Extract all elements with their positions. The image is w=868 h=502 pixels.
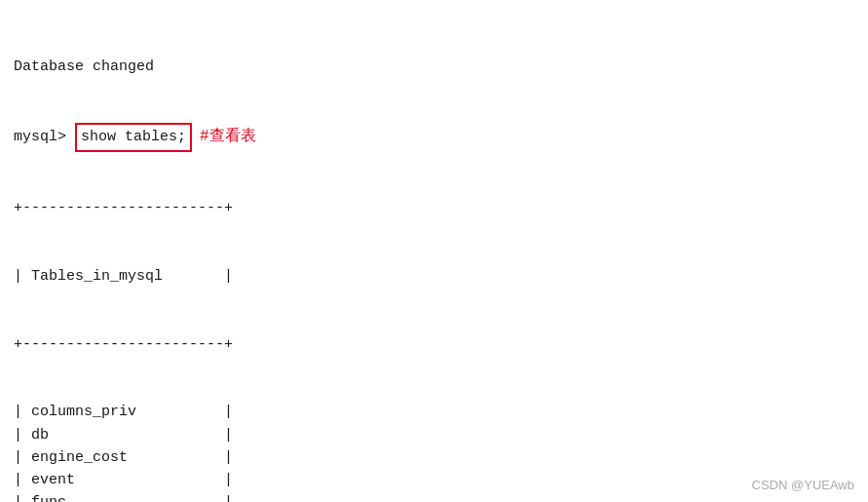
table-row: | db |: [14, 424, 854, 446]
separator-mid: +-----------------------+: [14, 333, 854, 356]
terminal-window: Database changed mysql> show tables; #查看…: [0, 0, 868, 388]
table-rows: | columns_priv || db || engine_cost || e…: [0, 378, 868, 502]
separator-top: +-----------------------+: [14, 197, 854, 219]
watermark: CSDN @YUEAwb: [752, 478, 854, 492]
command-input: show tables;: [75, 123, 192, 151]
prompt: mysql>: [14, 126, 75, 148]
comment: #查看表: [200, 125, 256, 149]
table-row: | columns_priv |: [14, 401, 854, 423]
table-row: | func |: [14, 491, 854, 502]
table-row: | engine_cost |: [14, 446, 854, 469]
db-changed-line: Database changed: [14, 56, 854, 78]
command-line: mysql> show tables; #查看表: [14, 123, 854, 151]
table-row: | event |: [14, 469, 854, 491]
table-header: | Tables_in_mysql |: [14, 265, 854, 288]
